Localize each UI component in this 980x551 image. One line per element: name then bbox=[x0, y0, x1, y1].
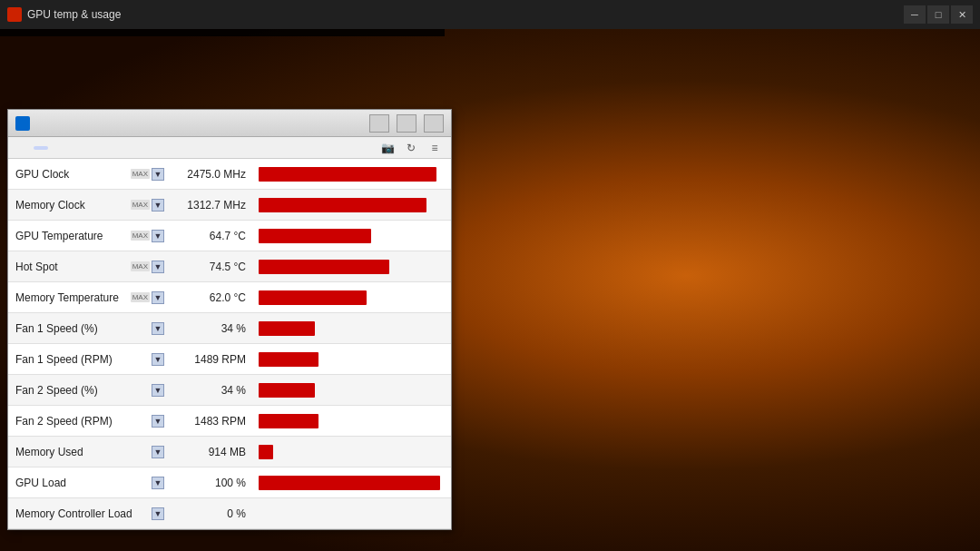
minimize-button[interactable]: ─ bbox=[904, 5, 926, 24]
gpuz-titlebar bbox=[8, 110, 451, 137]
sensor-label: Hot Spot bbox=[15, 261, 58, 273]
gpuz-menubar: 📷 ↻ ≡ bbox=[8, 137, 451, 159]
sensor-label: Fan 2 Speed (%) bbox=[15, 384, 98, 397]
sensor-bar bbox=[259, 383, 315, 398]
sensor-row: Fan 1 Speed (RPM) ▼ 1489 RPM bbox=[8, 344, 451, 375]
sensor-bar bbox=[259, 167, 436, 182]
sensor-dropdown[interactable]: ▼ bbox=[152, 291, 164, 304]
sensor-name-cell: Memory Controller Load ▼ bbox=[8, 507, 172, 520]
sensor-name-cell: GPU Temperature MAX ▼ bbox=[8, 230, 172, 242]
sensor-label: Memory Controller Load bbox=[15, 507, 132, 520]
menu-icon-group: 📷 ↻ ≡ bbox=[378, 139, 444, 157]
sensor-label: Memory Temperature bbox=[15, 291, 119, 304]
refresh-icon[interactable]: ↻ bbox=[402, 139, 420, 157]
menu-advanced[interactable] bbox=[52, 146, 66, 150]
menu-sensors[interactable] bbox=[34, 146, 48, 150]
sensor-dropdown[interactable]: ▼ bbox=[152, 384, 164, 397]
sensor-row: Fan 2 Speed (%) ▼ 34 % bbox=[8, 375, 451, 406]
sensor-name-cell: Memory Clock MAX ▼ bbox=[8, 199, 172, 212]
sensor-bar-container bbox=[253, 320, 451, 338]
sensor-label: GPU Clock bbox=[15, 168, 69, 181]
sensor-name-cell: GPU Load ▼ bbox=[8, 477, 172, 489]
sensor-value: 1489 RPM bbox=[172, 353, 253, 366]
sensor-value: 64.7 °C bbox=[172, 230, 253, 242]
sensor-dropdown[interactable]: ▼ bbox=[152, 477, 164, 489]
sensor-bar bbox=[259, 260, 389, 274]
sensor-bar-container bbox=[253, 505, 451, 523]
sensor-dropdown[interactable]: ▼ bbox=[152, 168, 164, 181]
sensor-name-cell: Fan 2 Speed (RPM) ▼ bbox=[8, 415, 172, 428]
sensor-dropdown[interactable]: ▼ bbox=[152, 353, 164, 366]
menu-graphics-card[interactable] bbox=[15, 146, 30, 150]
sensor-name-cell: Fan 2 Speed (%) ▼ bbox=[8, 384, 172, 397]
gpuz-minimize-button[interactable] bbox=[369, 114, 389, 133]
gpuz-window: 📷 ↻ ≡ GPU Clock MAX ▼ 2475.0 MHz Memory … bbox=[7, 109, 452, 530]
sensor-label: Memory Clock bbox=[15, 199, 85, 212]
sensor-row: Fan 2 Speed (RPM) ▼ 1483 RPM bbox=[8, 406, 451, 437]
gpuz-maximize-button[interactable] bbox=[397, 114, 416, 133]
sensor-bar bbox=[259, 321, 315, 336]
sensor-label: Fan 1 Speed (%) bbox=[15, 322, 98, 335]
sensor-bar-container bbox=[253, 381, 451, 399]
sensor-bar-container bbox=[253, 443, 451, 461]
sensor-bar bbox=[259, 198, 426, 212]
sensor-bar bbox=[259, 414, 318, 428]
sensor-label: Memory Used bbox=[15, 446, 83, 458]
sensor-dropdown[interactable]: ▼ bbox=[152, 415, 164, 428]
sensor-bar-container bbox=[253, 474, 451, 492]
sensor-value: 0 % bbox=[172, 507, 253, 520]
sensor-dropdown[interactable]: ▼ bbox=[152, 322, 164, 335]
menu-validation[interactable] bbox=[70, 146, 84, 150]
titlebar-controls: ─ □ ✕ bbox=[904, 5, 980, 24]
sensor-row: Fan 1 Speed (%) ▼ 34 % bbox=[8, 313, 451, 344]
sensor-row: Memory Temperature MAX ▼ 62.0 °C bbox=[8, 282, 451, 313]
sensor-row: Memory Used ▼ 914 MB bbox=[8, 437, 451, 467]
gpuz-close-button[interactable] bbox=[424, 114, 444, 133]
app-title-left: GPU temp & usage bbox=[27, 8, 121, 21]
max-badge: MAX bbox=[131, 261, 150, 271]
gpuz-icon bbox=[15, 116, 30, 131]
sensor-dropdown[interactable]: ▼ bbox=[152, 507, 164, 520]
sensor-bar-container bbox=[253, 412, 451, 430]
sensor-row: Hot Spot MAX ▼ 74.5 °C bbox=[8, 251, 451, 282]
camera-icon[interactable]: 📷 bbox=[378, 139, 397, 157]
sensor-name-cell: Memory Temperature MAX ▼ bbox=[8, 291, 172, 304]
os-titlebar: GPU temp & usage ─ □ ✕ bbox=[0, 0, 980, 29]
sensors-list: GPU Clock MAX ▼ 2475.0 MHz Memory Clock … bbox=[8, 159, 451, 529]
sensor-row: Memory Clock MAX ▼ 1312.7 MHz bbox=[8, 190, 451, 221]
sensor-row: GPU Clock MAX ▼ 2475.0 MHz bbox=[8, 159, 451, 190]
app-icon bbox=[7, 7, 22, 22]
menu-dots-icon[interactable]: ≡ bbox=[426, 139, 444, 157]
titlebar-left: GPU temp & usage bbox=[0, 7, 272, 22]
sensor-row: GPU Temperature MAX ▼ 64.7 °C bbox=[8, 221, 451, 251]
sensor-value: 34 % bbox=[172, 384, 253, 397]
sensor-row: Memory Controller Load ▼ 0 % bbox=[8, 498, 451, 529]
sensor-label: GPU Load bbox=[15, 477, 66, 489]
sensor-bar-container bbox=[253, 289, 451, 307]
max-badge: MAX bbox=[131, 169, 150, 179]
sensor-value: 62.0 °C bbox=[172, 291, 253, 304]
furmark-overlay bbox=[0, 29, 445, 36]
sensor-bar-container bbox=[253, 258, 451, 276]
sensor-bar-container bbox=[253, 350, 451, 369]
sensor-name-cell: GPU Clock MAX ▼ bbox=[8, 168, 172, 181]
sensor-dropdown[interactable]: ▼ bbox=[152, 199, 164, 212]
sensor-dropdown[interactable]: ▼ bbox=[152, 261, 164, 273]
sensor-label: Fan 1 Speed (RPM) bbox=[15, 353, 113, 366]
max-badge: MAX bbox=[131, 231, 150, 241]
sensor-bar bbox=[259, 352, 318, 367]
sensor-label: GPU Temperature bbox=[15, 230, 103, 242]
sensor-value: 74.5 °C bbox=[172, 261, 253, 273]
sensor-label: Fan 2 Speed (RPM) bbox=[15, 415, 113, 428]
sensor-name-cell: Fan 1 Speed (%) ▼ bbox=[8, 322, 172, 335]
sensor-bar bbox=[259, 290, 367, 305]
sensor-name-cell: Memory Used ▼ bbox=[8, 446, 172, 458]
maximize-button[interactable]: □ bbox=[927, 5, 949, 24]
sensor-bar bbox=[259, 476, 440, 490]
sensor-bar bbox=[259, 229, 371, 243]
sensor-dropdown[interactable]: ▼ bbox=[152, 230, 164, 242]
close-button[interactable]: ✕ bbox=[951, 5, 973, 24]
sensor-bar-container bbox=[253, 165, 451, 183]
sensor-bar-container bbox=[253, 227, 451, 245]
sensor-dropdown[interactable]: ▼ bbox=[152, 446, 164, 458]
